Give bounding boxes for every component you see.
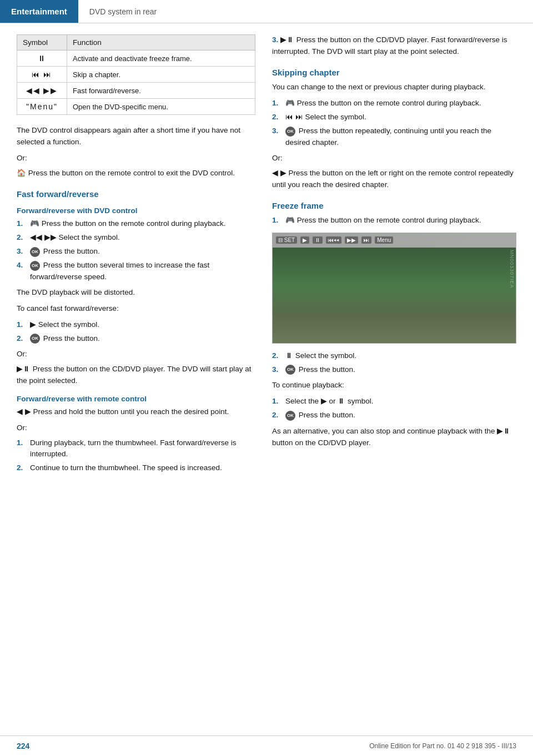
list-item: 3. OK Press the button. <box>272 364 516 375</box>
step-num: 2. <box>17 462 28 473</box>
table-row: ◀◀ ▶▶ Fast forward/reverse. <box>17 83 255 99</box>
skipping-steps-list: 1. 🎮 Press the button on the remote cont… <box>272 98 516 148</box>
ok-icon: OK <box>30 261 40 271</box>
step-num: 1. <box>272 98 283 109</box>
step3-cd-dvd: 3. ▶⏸ Press the button on the CD/DVD pla… <box>272 34 516 58</box>
pause-button: ⏸ <box>313 236 323 244</box>
table-row: "Menu" Open the DVD-specific menu. <box>17 99 255 115</box>
col-symbol: Symbol <box>17 35 67 51</box>
or-text-1: Or: <box>17 153 255 164</box>
step-text: OK Press the button several times to inc… <box>30 260 255 283</box>
dvd-screenshot: ⊟ SET ▶ ⏸ ⏮◀◀ ▶▶ ⏭ Menu MN003307IEA <box>272 233 516 344</box>
list-item: 4. OK Press the button several times to … <box>17 260 255 283</box>
cancel-note: To cancel fast forward/reverse: <box>17 303 255 315</box>
prev-button: ⏮◀◀ <box>326 236 341 244</box>
play-pause-icon: ▶⏸ <box>17 365 33 373</box>
page-header: Entertainment DVD system in rear <box>0 0 533 23</box>
step-text: ⏸ Select the symbol. <box>285 350 356 361</box>
step-num: 3. <box>17 246 28 257</box>
or-text-3: Or: <box>17 422 255 434</box>
menu-button: Menu <box>375 236 393 244</box>
list-item: 3. OK Press the button. <box>17 246 255 257</box>
left-right-icon: ◀ ▶ <box>17 407 33 416</box>
page-number: 224 <box>17 742 29 750</box>
list-item: 2. ◀◀ ▶▶ Select the symbol. <box>17 232 255 243</box>
step-text: 🎮 Press the button on the remote control… <box>30 218 225 229</box>
remote-icon: 🎮 <box>30 219 42 228</box>
cd-dvd-note: ▶⏸ Press the button on the CD/DVD player… <box>17 364 255 387</box>
list-item: 1. Select the ▶ or ⏸ symbol. <box>272 396 516 407</box>
step3-num: 3. <box>272 36 278 44</box>
set-button: ⊟ SET <box>276 236 297 244</box>
ok-icon: OK <box>30 334 40 344</box>
step-text: OK Press the button. <box>30 246 100 257</box>
play-button: ▶ <box>300 236 309 244</box>
step-text: OK Press the button repeatedly, continui… <box>285 125 516 148</box>
dvd-label: DVD system in rear <box>89 7 157 16</box>
symbol-skip: ⏮ ⏭ <box>17 67 67 83</box>
step-num: 1. <box>17 319 28 330</box>
header-entertainment-tab: Entertainment <box>0 0 78 23</box>
step-num: 3. <box>272 125 283 137</box>
step-text: OK Press the button. <box>285 364 355 375</box>
dvd-control-note: The DVD control disappears again after a… <box>17 125 255 148</box>
list-item: 1. 🎮 Press the button on the remote cont… <box>272 215 516 226</box>
step-num: 1. <box>272 215 283 226</box>
right-column: 3. ▶⏸ Press the button on the CD/DVD pla… <box>272 34 516 478</box>
alternative-note: As an alternative, you can also stop and… <box>272 426 516 449</box>
exit-note: 🏠 Press the button on the remote control… <box>17 168 255 179</box>
list-item: 1. 🎮 Press the button on the remote cont… <box>272 98 516 109</box>
remote-icon3: 🎮 <box>285 216 297 224</box>
step-text: OK Press the button. <box>285 410 355 421</box>
step-text: 🎮 Press the button on the remote control… <box>285 215 481 226</box>
step-text: During playback, turn the thumbwheel. Fa… <box>30 437 255 460</box>
step-num: 2. <box>17 232 28 243</box>
entertainment-label: Entertainment <box>11 7 67 16</box>
playpause-icon-right: ▶⏸ <box>280 36 296 44</box>
or-text-2: Or: <box>17 349 255 360</box>
list-item: 2. OK Press the button. <box>272 410 516 421</box>
page-footer: 224 Online Edition for Part no. 01 40 2 … <box>0 735 533 756</box>
list-item: 1. During playback, turn the thumbwheel.… <box>17 437 255 460</box>
step-num: 1. <box>17 218 28 229</box>
forward-dvd-title: Forward/reverse with DVD control <box>17 206 255 215</box>
list-item: 1. 🎮 Press the button on the remote cont… <box>17 218 255 229</box>
or-skip: Or: <box>272 153 516 164</box>
step-num: 2. <box>272 350 283 361</box>
left-right-btns: ◀ ▶ <box>272 169 289 177</box>
list-item: 2. ⏸ Select the symbol. <box>272 350 516 361</box>
dvd-control-bar: ⊟ SET ▶ ⏸ ⏮◀◀ ▶▶ ⏭ Menu <box>273 233 516 248</box>
skipping-title: Skipping chapter <box>272 68 516 77</box>
header-dvd-tab: DVD system in rear <box>78 0 168 23</box>
list-item: 2. Continue to turn the thumbwheel. The … <box>17 462 255 473</box>
step-num: 3. <box>272 364 283 375</box>
step-text: ◀◀ ▶▶ Select the symbol. <box>30 232 120 243</box>
freeze-steps-list: 1. 🎮 Press the button on the remote cont… <box>272 215 516 226</box>
symbol-menu: "Menu" <box>17 99 67 115</box>
remote-note: ◀ ▶ Press and hold the button until you … <box>17 406 255 418</box>
list-item: 3. OK Press the button repeatedly, conti… <box>272 125 516 148</box>
step-text: Select the ▶ or ⏸ symbol. <box>285 396 374 407</box>
function-pause: Activate and deactivate freeze frame. <box>67 51 255 67</box>
step-num: 1. <box>272 396 283 407</box>
function-menu: Open the DVD-specific menu. <box>67 99 255 115</box>
symbol-ff: ◀◀ ▶▶ <box>17 83 67 99</box>
list-item: 2. ⏮ ⏭ Select the symbol. <box>272 112 516 123</box>
skipping-intro: You can change to the next or previous c… <box>272 82 516 93</box>
table-row: ⏸ Activate and deactivate freeze frame. <box>17 51 255 67</box>
ok-icon: OK <box>30 247 40 257</box>
list-item: 1. ▶ Select the symbol. <box>17 319 255 330</box>
exit-note-text: Press the button on the remote control t… <box>28 169 235 177</box>
dvd-steps-list: 1. 🎮 Press the button on the remote cont… <box>17 218 255 283</box>
step-text: ▶ Select the symbol. <box>30 319 99 330</box>
dvd-image-bg <box>273 248 516 343</box>
step-num: 1. <box>17 437 28 448</box>
ff-button: ▶▶ <box>345 236 358 244</box>
left-column: Symbol Function ⏸ Activate and deactivat… <box>17 34 255 478</box>
main-content: Symbol Function ⏸ Activate and deactivat… <box>0 23 533 490</box>
function-ff: Fast forward/reverse. <box>67 83 255 99</box>
remote-icon2: 🎮 <box>285 99 297 107</box>
skip-remote-note: ◀ ▶ Press the button on the left or righ… <box>272 168 516 191</box>
col-function: Function <box>67 35 255 51</box>
table-row: ⏮ ⏭ Skip a chapter. <box>17 67 255 83</box>
